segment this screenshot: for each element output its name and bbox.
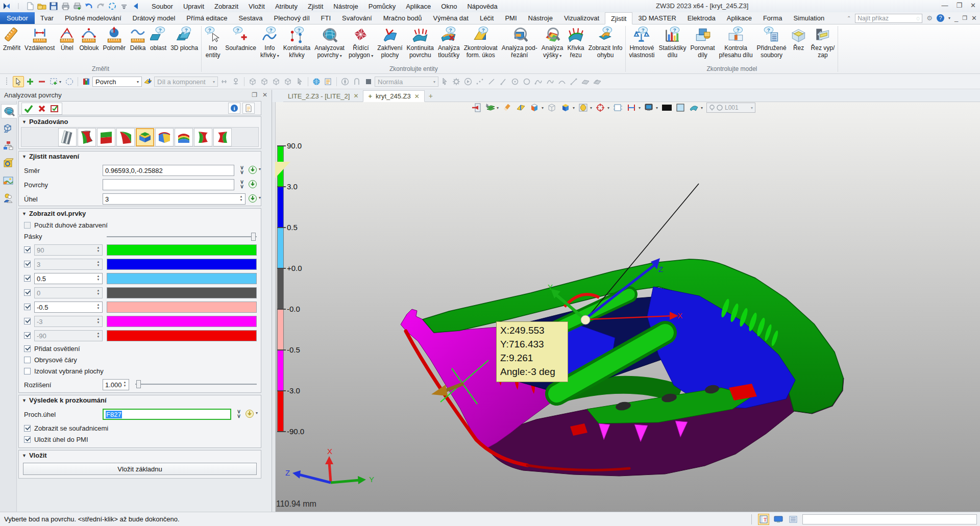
band-checkbox[interactable] <box>24 289 31 296</box>
anchor-toggle-icon[interactable] <box>230 76 241 87</box>
info-button[interactable]: i <box>228 103 240 114</box>
band-color-swatch[interactable] <box>107 302 257 313</box>
display-mode-icon[interactable] <box>561 103 571 113</box>
center-input-icon[interactable] <box>509 76 521 87</box>
face-iso-input-icon[interactable] <box>592 76 603 87</box>
band-color-swatch[interactable] <box>107 273 257 284</box>
menu-soubor[interactable]: Soubor <box>146 3 178 10</box>
ribbon-tab-svařování[interactable]: Svařování <box>336 12 378 24</box>
band-checkbox[interactable] <box>24 261 31 267</box>
band-color-swatch[interactable] <box>107 244 257 256</box>
ribbon-button-interference[interactable]: ?Kontrola přesahu dílu <box>717 25 755 59</box>
ribbon-button-undercut[interactable]: Analýza pod- řezání <box>500 25 540 59</box>
required-option-9[interactable] <box>213 128 232 146</box>
angle-field[interactable]: 3▲▼ <box>103 193 246 205</box>
ribbon-button-assoc-files[interactable]: ?Přidružené soubory <box>755 25 789 59</box>
restore-icon[interactable]: ❐ <box>956 2 962 9</box>
close-icon[interactable]: ✕ <box>970 2 976 9</box>
ribbon-tab-vizualizovat[interactable]: Vizualizovat <box>558 12 605 24</box>
doc-minimize-icon[interactable]: _ <box>954 14 958 22</box>
ribbon-tab-pmi[interactable]: PMI <box>499 12 522 24</box>
ribbon-tab-3d-master[interactable]: 3D MASTER <box>632 12 681 24</box>
background-swatch-black[interactable] <box>662 103 672 113</box>
ribbon-button-bend-info[interactable]: ?Zobrazit Info ohybu <box>586 25 625 59</box>
apply-button[interactable] <box>50 104 61 114</box>
band-spinner-icon[interactable]: ▲▼ <box>95 332 101 340</box>
new-file-icon[interactable] <box>26 2 35 11</box>
band-spinner-icon[interactable]: ▲▼ <box>95 289 101 297</box>
undo-icon[interactable] <box>84 2 93 11</box>
normal-combo[interactable]: Normála▾ <box>375 77 438 87</box>
filter-combo[interactable]: Povrch▾ <box>92 77 142 87</box>
resolution-slider-handle[interactable] <box>136 380 141 388</box>
remove-selection-icon[interactable] <box>36 76 47 87</box>
menu-okno[interactable]: Okno <box>436 3 462 10</box>
menu-zjistit[interactable]: Zjistit <box>303 3 328 10</box>
ribbon-tab-mračno-bodů[interactable]: Mračno bodů <box>378 12 428 24</box>
band-spinner-icon[interactable]: ▲▼ <box>95 274 101 283</box>
collapse-ribbon-icon[interactable]: ⌃ <box>847 15 851 21</box>
screen-icon[interactable] <box>644 103 654 113</box>
ribbon-tab-výměna-dat[interactable]: Výměna dat <box>428 12 474 24</box>
spinner-icon[interactable]: ▲▼ <box>238 195 244 204</box>
bands-slider[interactable] <box>107 233 257 241</box>
expand-chevron-icon[interactable]: ∨∨ <box>237 180 246 189</box>
ribbon-button-mass[interactable]: ?Hmotové vlastnosti <box>627 25 656 59</box>
surface-analyze-tab[interactable] <box>1 104 17 118</box>
ray-input-icon[interactable] <box>498 76 509 87</box>
isolate-checkbox[interactable] <box>24 368 31 374</box>
ribbon-button-info-entity[interactable]: ?Ino entity <box>203 25 223 59</box>
ribbon-button-thickness[interactable]: ?Analýza tloušťky <box>436 25 462 59</box>
line-input-icon[interactable] <box>486 76 497 87</box>
ok-button[interactable] <box>23 104 34 114</box>
selection-filter-icon[interactable] <box>81 76 92 87</box>
ribbon-button-face3d[interactable]: ?3D plocha <box>168 25 200 52</box>
spline-point-input-icon[interactable] <box>533 76 544 87</box>
target-icon[interactable] <box>596 103 606 113</box>
result-angle-field[interactable]: F827 <box>103 409 231 420</box>
scope-combo[interactable]: Díl a komponent▾ <box>154 77 218 87</box>
zoom-frame-icon[interactable] <box>613 103 623 113</box>
ribbon-tab-nástroje[interactable]: Nástroje <box>523 12 558 24</box>
eraser-icon[interactable] <box>502 103 512 113</box>
ribbon-tab-forma[interactable]: Forma <box>757 12 788 24</box>
circle-input-icon[interactable] <box>521 76 532 87</box>
command-search[interactable]: Najít příkaz◌ <box>855 14 922 23</box>
open-file-icon[interactable] <box>37 2 46 11</box>
band-value-field[interactable]: -0.5▲▼ <box>34 302 103 313</box>
ribbon-button-area[interactable]: ?oblast <box>148 25 168 52</box>
ribbon-tab-sestava[interactable]: Sestava <box>233 12 268 24</box>
ribbon-button-height[interactable]: Analýza výšky ▾ <box>540 25 566 60</box>
outline-checkbox[interactable] <box>24 357 31 363</box>
hierarchy-tab[interactable] <box>1 139 15 153</box>
point-input-icon[interactable] <box>474 76 485 87</box>
background-swatch-blue[interactable] <box>675 103 685 113</box>
constraint-view-icon[interactable] <box>351 76 362 87</box>
band-value-field[interactable]: 0▲▼ <box>34 287 103 298</box>
auto-pick-icon[interactable] <box>439 76 450 87</box>
customize-icon[interactable] <box>119 2 129 11</box>
section-view-icon[interactable] <box>627 103 637 113</box>
menu-nástroje[interactable]: Nástroje <box>328 3 363 10</box>
cancel-button[interactable] <box>36 104 47 114</box>
minimize-icon[interactable]: — <box>941 2 948 9</box>
band-value-field[interactable]: 0.5▲▼ <box>34 273 103 284</box>
expand-chevron-icon[interactable]: ∨∨ <box>237 165 246 174</box>
tab-close-icon[interactable]: ✕ <box>414 93 420 100</box>
required-option-5[interactable] <box>136 128 154 146</box>
ribbon-tab-elektroda[interactable]: Elektroda <box>682 12 721 24</box>
band-spinner-icon[interactable]: ▲▼ <box>95 303 101 312</box>
ribbon-tab-léčit[interactable]: Léčit <box>474 12 499 24</box>
ribbon-button-section[interactable]: Řez <box>789 25 809 52</box>
ribbon-button-angle[interactable]: Úhel <box>57 25 77 52</box>
ribbon-tab-plošné-modelování[interactable]: Plošné modelování <box>59 12 127 24</box>
coords-checkbox[interactable] <box>24 425 31 432</box>
ribbon-button-analyze-surfaces[interactable]: Analyzovat povrchy ▾ <box>312 25 347 60</box>
settings-gear-icon[interactable]: ⚙ <box>926 14 933 22</box>
band-checkbox[interactable] <box>24 318 31 324</box>
ribbon-tab-aplikace[interactable]: Aplikace <box>721 12 757 24</box>
ribbon-tab-fti[interactable]: FTI <box>315 12 337 24</box>
band-value-field[interactable]: -90▲▼ <box>34 330 103 341</box>
ribbon-button-surface-curvature[interactable]: Zakřivení plochy <box>375 25 404 59</box>
option-drop-icon[interactable]: ▾ <box>259 195 261 200</box>
